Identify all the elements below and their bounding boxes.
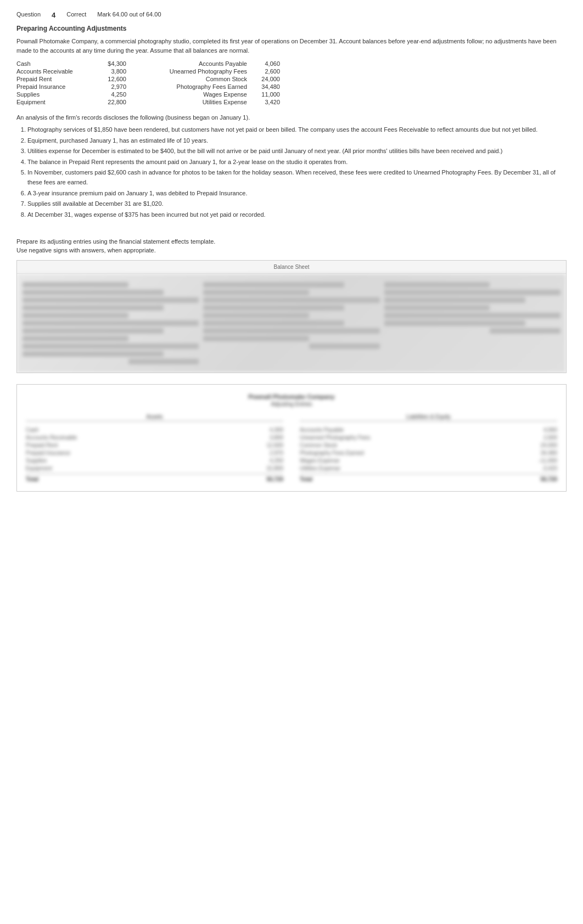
fs-col-liabilities: Liabilities & Equity xyxy=(300,414,557,421)
supplies-amount: 4,250 xyxy=(104,91,137,98)
utilities-expense-amount: 3,420 xyxy=(247,99,280,105)
analysis-item-5: In November, customers paid $2,600 cash … xyxy=(27,168,567,187)
fs-ar-row: Accounts Receivable 3,800 xyxy=(26,435,283,441)
fs-equipment-row: Equipment 22,800 xyxy=(26,465,283,471)
photography-fees-earned-label: Photography Fees Earned xyxy=(137,83,247,90)
accounts-payable-label: Accounts Payable xyxy=(137,60,247,67)
section-title: Preparing Accounting Adjustments xyxy=(16,25,567,32)
common-stock-label: Common Stock xyxy=(137,76,247,82)
question-number: 4 xyxy=(52,11,55,19)
wages-expense-label: Wages Expense xyxy=(137,91,247,98)
analysis-item-3: Utilities expense for December is estima… xyxy=(27,147,567,156)
negative-text: Use negative signs with answers, when ap… xyxy=(16,247,567,253)
wages-expense-amount: 11,000 xyxy=(247,91,280,98)
analysis-item-1: Photography services of $1,850 have been… xyxy=(27,125,567,135)
equipment-amount: 22,800 xyxy=(104,99,137,105)
fs-wages-row: Wages Expense -11,000 xyxy=(300,458,557,464)
analysis-intro: An analysis of the firm's records disclo… xyxy=(16,114,567,121)
photography-fees-earned-amount: 34,480 xyxy=(247,83,280,90)
analysis-item-6: A 3-year insurance premium paid on Janua… xyxy=(27,189,567,199)
accounts-receivable-amount: 3,800 xyxy=(104,68,137,75)
fs-ap-row: Accounts Payable 4,060 xyxy=(300,427,557,433)
cash-amount: $4,300 xyxy=(104,60,137,67)
common-stock-amount: 24,000 xyxy=(247,76,280,82)
fs-total-liabilities: Total 50,720 xyxy=(300,476,557,482)
analysis-item-7: Supplies still available at December 31 … xyxy=(27,199,567,209)
analysis-item-8: At December 31, wages expense of $375 ha… xyxy=(27,210,567,220)
balance-sheet-header: Balance Sheet xyxy=(17,261,566,274)
supplies-label: Supplies xyxy=(16,91,104,98)
fs-common-stock-row: Common Stock 24,000 xyxy=(300,442,557,448)
account-table: Cash $4,300 Accounts Payable 4,060 Accou… xyxy=(16,60,567,105)
prepare-text: Prepare its adjusting entries using the … xyxy=(16,238,567,245)
question-header: Question 4 Correct Mark 64.00 out of 64.… xyxy=(16,11,567,19)
prepaid-insurance-label: Prepaid Insurance xyxy=(16,83,104,90)
prepaid-insurance-amount: 2,970 xyxy=(104,83,137,90)
fs-col-assets: Assets xyxy=(26,414,283,421)
unearned-photography-fees-label: Unearned Photography Fees xyxy=(137,68,247,75)
balance-sheet-blurred[interactable] xyxy=(17,274,566,373)
prepaid-rent-amount: 12,600 xyxy=(104,76,137,82)
fs-cash-row: Cash 4,300 xyxy=(26,427,283,433)
fs-photo-fees-row: Photography Fees Earned 34,480 xyxy=(300,450,557,456)
fs-company: Pownall Photomake Company xyxy=(26,393,557,400)
intro-text: Pownall Photomake Company, a commercial … xyxy=(16,37,567,55)
fs-total-assets: Total 50,720 xyxy=(26,476,283,482)
prepaid-rent-label: Prepaid Rent xyxy=(16,76,104,82)
utilities-expense-label: Utilities Expense xyxy=(137,99,247,105)
analysis-item-4: The balance in Prepaid Rent represents t… xyxy=(27,157,567,167)
question-label: Question xyxy=(16,11,41,19)
fs-utilities-row: Utilities Expense -3,420 xyxy=(300,465,557,471)
cash-label: Cash xyxy=(16,60,104,67)
mark-label: Mark 64.00 out of 64.00 xyxy=(97,11,161,19)
fs-prepaid-rent-row: Prepaid Rent 12,600 xyxy=(26,442,283,448)
correct-label: Correct xyxy=(66,11,86,19)
equipment-label: Equipment xyxy=(16,99,104,105)
analysis-list: Photography services of $1,850 have been… xyxy=(16,125,567,219)
unearned-photography-fees-amount: 2,600 xyxy=(247,68,280,75)
balance-sheet-container: Balance Sheet xyxy=(16,260,567,373)
fs-subtitle: Adjusting Entries xyxy=(26,401,557,407)
fs-unearned-row: Unearned Photography Fees 2,600 xyxy=(300,435,557,441)
fs-prepaid-ins-row: Prepaid Insurance 2,970 xyxy=(26,450,283,456)
accounts-payable-amount: 4,060 xyxy=(247,60,280,67)
analysis-item-2: Equipment, purchased January 1, has an e… xyxy=(27,136,567,146)
financial-statement: Pownall Photomake Company Adjusting Entr… xyxy=(16,384,567,492)
financial-stmt-blurred: Pownall Photomake Company Adjusting Entr… xyxy=(26,393,557,482)
fs-supplies-row: Supplies 4,250 xyxy=(26,458,283,464)
accounts-receivable-label: Accounts Receivable xyxy=(16,68,104,75)
